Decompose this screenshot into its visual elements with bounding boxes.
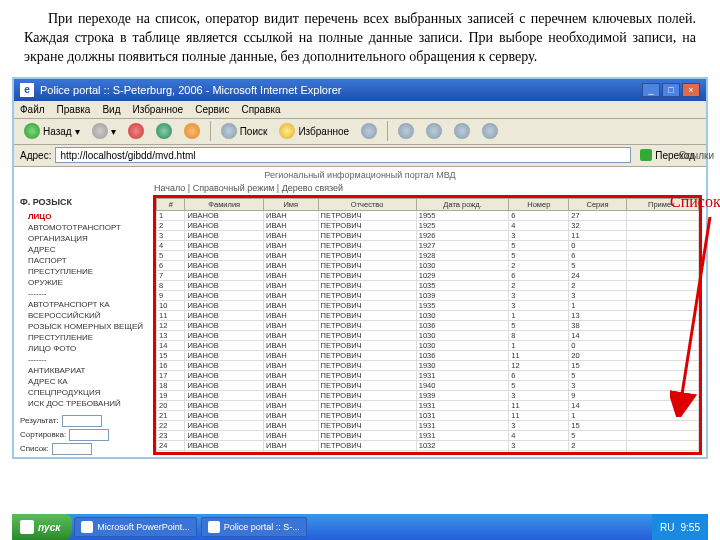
table-cell: 15 [569, 420, 627, 430]
table-cell: 14 [569, 330, 627, 340]
sidebar-item[interactable]: ОРУЖИЕ [20, 277, 143, 288]
table-cell: ИВАНОВ [185, 260, 264, 270]
forward-button[interactable]: ▾ [88, 121, 120, 141]
table-row[interactable]: 13ИВАНОВИВАНПЕТРОВИЧ1030814 [157, 330, 699, 340]
table-cell [626, 430, 698, 440]
table-cell: 8 [157, 280, 185, 290]
menu-tools[interactable]: Сервис [195, 104, 229, 115]
table-row[interactable]: 6ИВАНОВИВАНПЕТРОВИЧ103025 [157, 260, 699, 270]
sidebar-item[interactable]: РОЗЫСК НОМЕРНЫХ ВЕЩЕЙ [20, 321, 143, 332]
sidebar-item[interactable]: ЛИЦО ФОТО [20, 343, 143, 354]
table-row[interactable]: 25ИВАНОВИВАНПЕТРОВИЧ1033119 [157, 450, 699, 455]
table-cell: 27 [569, 210, 627, 220]
menu-favorites[interactable]: Избранное [132, 104, 183, 115]
table-row[interactable]: 22ИВАНОВИВАНПЕТРОВИЧ1931315 [157, 420, 699, 430]
refresh-button[interactable] [152, 121, 176, 141]
menu-edit[interactable]: Правка [57, 104, 91, 115]
task-item-powerpoint[interactable]: Microsoft PowerPoint... [74, 517, 197, 537]
table-header[interactable]: Дата рожд. [416, 198, 509, 210]
table-row[interactable]: 12ИВАНОВИВАНПЕТРОВИЧ1036538 [157, 320, 699, 330]
sidebar-item[interactable]: АВТОТРАНСПОРТ КА [20, 299, 143, 310]
sidebar-item[interactable]: ВСЕРОССИЙСКИЙ [20, 310, 143, 321]
table-cell: ИВАНОВ [185, 350, 264, 360]
start-button[interactable]: пуск [12, 514, 72, 540]
table-row[interactable]: 15ИВАНОВИВАНПЕТРОВИЧ10361120 [157, 350, 699, 360]
table-row[interactable]: 5ИВАНОВИВАНПЕТРОВИЧ192856 [157, 250, 699, 260]
table-row[interactable]: 23ИВАНОВИВАНПЕТРОВИЧ193145 [157, 430, 699, 440]
table-header[interactable]: Фамилия [185, 198, 264, 210]
address-label: Адрес: [20, 150, 51, 161]
main-panel: #ФамилияИмяОтчествоДата рожд.НомерСерияП… [149, 167, 706, 457]
menu-view[interactable]: Вид [102, 104, 120, 115]
table-row[interactable]: 4ИВАНОВИВАНПЕТРОВИЧ192750 [157, 240, 699, 250]
table-cell: 1 [569, 410, 627, 420]
table-row[interactable]: 17ИВАНОВИВАНПЕТРОВИЧ193165 [157, 370, 699, 380]
edit-button[interactable] [450, 121, 474, 141]
sidebar-item[interactable]: ПРЕСТУПЛЕНИЕ [20, 332, 143, 343]
table-row[interactable]: 19ИВАНОВИВАНПЕТРОВИЧ193939 [157, 390, 699, 400]
sidebar-item[interactable]: ИСК ДОС ТРЕБОВАНИЙ [20, 398, 143, 409]
links-label[interactable]: Ссылки [679, 150, 714, 161]
menu-help[interactable]: Справка [241, 104, 280, 115]
table-cell: ИВАН [264, 360, 319, 370]
sidebar-item[interactable]: ------- [20, 354, 143, 365]
home-button[interactable] [180, 121, 204, 141]
table-row[interactable]: 16ИВАНОВИВАНПЕТРОВИЧ19301215 [157, 360, 699, 370]
tray-lang[interactable]: RU [660, 522, 674, 533]
system-tray[interactable]: RU 9:55 [652, 514, 708, 540]
discuss-button[interactable] [478, 121, 502, 141]
table-header[interactable]: Имя [264, 198, 319, 210]
table-header[interactable]: # [157, 198, 185, 210]
table-header[interactable]: Номер [509, 198, 569, 210]
table-row[interactable]: 8ИВАНОВИВАНПЕТРОВИЧ103522 [157, 280, 699, 290]
table-header[interactable]: Серия [569, 198, 627, 210]
print-button[interactable] [422, 121, 446, 141]
sidebar-item[interactable]: АНТИКВАРИАТ [20, 365, 143, 376]
sidebar-item[interactable]: ПРЕСТУПЛЕНИЕ [20, 266, 143, 277]
sidebar-item[interactable]: ------- [20, 288, 143, 299]
sidebar-item[interactable]: АВТОМОТОТРАНСПОРТ [20, 222, 143, 233]
table-cell: 3 [509, 440, 569, 450]
list-input[interactable] [52, 443, 92, 455]
close-button[interactable]: × [682, 83, 700, 97]
table-row[interactable]: 11ИВАНОВИВАНПЕТРОВИЧ1030113 [157, 310, 699, 320]
table-cell: 12 [509, 360, 569, 370]
table-header[interactable]: Отчество [318, 198, 416, 210]
back-button[interactable]: Назад▾ [20, 121, 84, 141]
menu-file[interactable]: Файл [20, 104, 45, 115]
mail-button[interactable] [394, 121, 418, 141]
history-button[interactable] [357, 121, 381, 141]
table-row[interactable]: 1ИВАНОВИВАНПЕТРОВИЧ1955627 [157, 210, 699, 220]
table-row[interactable]: 24ИВАНОВИВАНПЕТРОВИЧ103232 [157, 440, 699, 450]
table-row[interactable]: 21ИВАНОВИВАНПЕТРОВИЧ1031111 [157, 410, 699, 420]
table-cell: ИВАНОВ [185, 310, 264, 320]
table-row[interactable]: 2ИВАНОВИВАНПЕТРОВИЧ1925432 [157, 220, 699, 230]
sidebar-item[interactable]: СПЕЦПРОДУКЦИЯ [20, 387, 143, 398]
maximize-button[interactable]: □ [662, 83, 680, 97]
windows-icon [20, 520, 34, 534]
search-button[interactable]: Поиск [217, 121, 272, 141]
table-row[interactable]: 14ИВАНОВИВАНПЕТРОВИЧ103010 [157, 340, 699, 350]
task-item-ie[interactable]: Police portal :: S-... [201, 517, 307, 537]
address-input[interactable] [55, 147, 631, 163]
favorites-button[interactable]: Избранное [275, 121, 353, 141]
table-row[interactable]: 18ИВАНОВИВАНПЕТРОВИЧ194053 [157, 380, 699, 390]
table-cell: 18 [157, 380, 185, 390]
table-cell: ПЕТРОВИЧ [318, 250, 416, 260]
stop-button[interactable] [124, 121, 148, 141]
table-row[interactable]: 9ИВАНОВИВАНПЕТРОВИЧ103933 [157, 290, 699, 300]
minimize-button[interactable]: _ [642, 83, 660, 97]
powerpoint-icon [81, 521, 93, 533]
sort-input[interactable] [69, 429, 109, 441]
sidebar-item[interactable]: ОРГАНИЗАЦИЯ [20, 233, 143, 244]
sidebar-item[interactable]: ПАСПОРТ [20, 255, 143, 266]
sidebar-item[interactable]: АДРЕС КА [20, 376, 143, 387]
table-row[interactable]: 7ИВАНОВИВАНПЕТРОВИЧ1029624 [157, 270, 699, 280]
table-cell: ИВАН [264, 280, 319, 290]
results-input[interactable] [62, 415, 102, 427]
table-row[interactable]: 10ИВАНОВИВАНПЕТРОВИЧ193531 [157, 300, 699, 310]
sidebar-item[interactable]: АДРЕС [20, 244, 143, 255]
table-row[interactable]: 20ИВАНОВИВАНПЕТРОВИЧ19311114 [157, 400, 699, 410]
sidebar-item[interactable]: ЛИЦО [20, 211, 143, 222]
table-row[interactable]: 3ИВАНОВИВАНПЕТРОВИЧ1926311 [157, 230, 699, 240]
